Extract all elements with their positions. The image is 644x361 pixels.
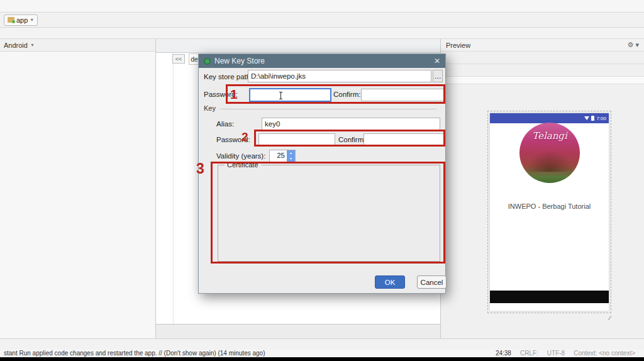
annotation-label-1: 1 xyxy=(230,87,238,102)
dialog-title: New Key Store xyxy=(214,57,265,65)
preview-header: Preview ⚙ ▾ xyxy=(441,39,644,52)
validity-value: 25 xyxy=(270,150,287,162)
keystore-path-value: D:\abi\inwepo.jks xyxy=(251,72,306,80)
annotation-box-1 xyxy=(226,84,445,104)
context-indicator: Context: <no context> xyxy=(574,350,635,357)
stepper-up-icon[interactable]: ▲ xyxy=(287,150,295,156)
alias-field[interactable]: key0 xyxy=(262,118,440,130)
collapse-button[interactable]: << xyxy=(172,54,185,64)
stepper-buttons[interactable]: ▲▼ xyxy=(287,150,295,162)
alias-value: key0 xyxy=(265,120,280,128)
tool-window-bar xyxy=(0,338,644,350)
poster-people xyxy=(526,150,574,172)
stepper-down-icon[interactable]: ▼ xyxy=(287,156,295,162)
preview-canvas[interactable]: 7:00 Telangi INWEPO - Berbagi Tutorial ∕… xyxy=(441,84,644,338)
annotation-label-3: 3 xyxy=(196,160,204,177)
project-panel: Android ▼ xyxy=(0,39,156,338)
alias-label: Alias: xyxy=(216,120,234,128)
poster-title: Telangi xyxy=(519,130,580,142)
keystore-icon xyxy=(204,58,211,65)
wifi-icon xyxy=(584,116,589,120)
run-configuration-selector[interactable]: app ▼ xyxy=(4,14,38,26)
keystore-path-field[interactable]: D:\abi\inwepo.jks xyxy=(248,70,431,82)
menu-bar xyxy=(0,0,644,13)
preview-title: Preview xyxy=(446,42,470,49)
project-panel-header: Android ▼ xyxy=(0,39,155,52)
editor-mode-tabs xyxy=(156,324,440,338)
run-configuration-label: app xyxy=(16,16,28,24)
validity-label: Validity (years): xyxy=(216,152,265,160)
editor-tab-bar xyxy=(156,39,440,53)
annotation-box-3 xyxy=(211,162,445,264)
app-module-icon xyxy=(8,17,14,23)
preview-toolbar-row1 xyxy=(441,52,644,64)
annotation-box-2 xyxy=(254,130,445,147)
device-status-bar: 7:00 xyxy=(490,113,609,123)
encoding-indicator[interactable]: UTF-8 xyxy=(547,350,565,357)
profile-image[interactable]: Telangi xyxy=(519,123,580,183)
preview-panel: Preview ⚙ ▾ 7:00 Telangi INWEPO - Berbag… xyxy=(440,39,644,338)
keystore-path-label: Key store path: xyxy=(204,73,252,81)
breadcrumb xyxy=(0,28,644,39)
editor-gutter xyxy=(156,53,174,324)
gear-icon[interactable]: ⚙ ▾ xyxy=(628,41,639,49)
preview-ruler xyxy=(441,77,644,84)
browse-button[interactable]: … xyxy=(433,70,443,82)
key-section-label: Key xyxy=(204,104,441,112)
device-nav-bar xyxy=(490,291,609,303)
status-line: stant Run applied code changes and resta… xyxy=(0,350,644,357)
preview-toolbar-row2 xyxy=(441,64,644,77)
project-tree xyxy=(0,52,155,54)
chevron-down-icon: ▼ xyxy=(30,43,35,47)
dialog-title-bar[interactable]: New Key Store ✕ xyxy=(199,54,445,68)
annotation-label-2: 2 xyxy=(242,130,248,144)
main-toolbar: app ▼ xyxy=(0,13,644,28)
validity-stepper[interactable]: 25 ▲▼ xyxy=(269,150,296,162)
close-icon[interactable]: ✕ xyxy=(434,57,440,65)
chevron-down-icon: ▼ xyxy=(30,18,34,22)
device-time: 7:00 xyxy=(596,116,606,121)
battery-icon xyxy=(591,116,594,121)
cancel-button[interactable]: Cancel xyxy=(417,275,447,289)
status-message: stant Run applied code changes and resta… xyxy=(4,350,265,357)
letterbox-bar xyxy=(0,357,644,361)
device-screen[interactable]: 7:00 Telangi INWEPO - Berbagi Tutorial xyxy=(490,113,609,311)
ok-button[interactable]: OK xyxy=(375,275,405,289)
line-ending-indicator[interactable]: CRLF: xyxy=(520,350,538,357)
project-view-selector[interactable]: Android xyxy=(4,42,28,49)
app-text-label: INWEPO - Berbagi Tutorial xyxy=(490,203,609,210)
caret-position[interactable]: 24:38 xyxy=(496,350,511,357)
